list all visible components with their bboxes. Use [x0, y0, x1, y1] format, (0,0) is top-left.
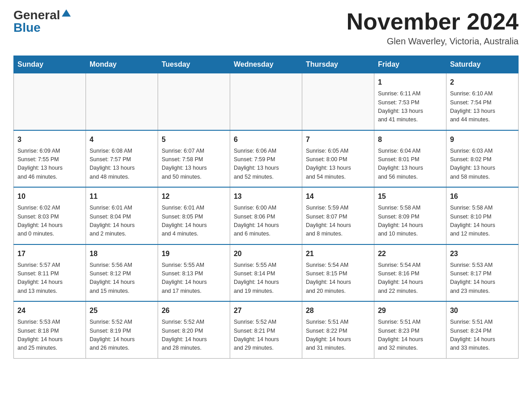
- day-number: 20: [234, 248, 298, 259]
- table-row: 7Sunrise: 6:05 AMSunset: 8:00 PMDaylight…: [302, 130, 374, 188]
- day-info: Sunrise: 5:58 AMSunset: 8:10 PMDaylight:…: [450, 204, 515, 239]
- day-number: 13: [234, 191, 298, 202]
- table-row: 24Sunrise: 5:53 AMSunset: 8:18 PMDayligh…: [14, 301, 86, 358]
- table-row: 19Sunrise: 5:55 AMSunset: 8:13 PMDayligh…: [158, 244, 230, 302]
- table-row: 5Sunrise: 6:07 AMSunset: 7:58 PMDaylight…: [158, 130, 230, 188]
- table-row: 2Sunrise: 6:10 AMSunset: 7:54 PMDaylight…: [446, 73, 518, 130]
- col-tuesday: Tuesday: [158, 56, 230, 73]
- day-info: Sunrise: 6:02 AMSunset: 8:03 PMDaylight:…: [17, 204, 82, 239]
- day-number: 4: [90, 134, 154, 145]
- table-row: 29Sunrise: 5:51 AMSunset: 8:23 PMDayligh…: [374, 301, 446, 358]
- day-info: Sunrise: 5:51 AMSunset: 8:23 PMDaylight:…: [378, 318, 442, 353]
- table-row: 8Sunrise: 6:04 AMSunset: 8:01 PMDaylight…: [374, 130, 446, 188]
- table-row: 20Sunrise: 5:55 AMSunset: 8:14 PMDayligh…: [230, 244, 302, 302]
- day-info: Sunrise: 6:01 AMSunset: 8:04 PMDaylight:…: [90, 204, 154, 239]
- day-number: 2: [450, 77, 515, 88]
- day-info: Sunrise: 6:05 AMSunset: 8:00 PMDaylight:…: [306, 147, 370, 182]
- table-row: 26Sunrise: 5:52 AMSunset: 8:20 PMDayligh…: [158, 301, 230, 358]
- header: General Blue November 2024 Glen Waverley…: [13, 9, 519, 47]
- day-number: 11: [90, 191, 154, 202]
- table-row: 28Sunrise: 5:51 AMSunset: 8:22 PMDayligh…: [302, 301, 374, 358]
- calendar-week-row: 10Sunrise: 6:02 AMSunset: 8:03 PMDayligh…: [14, 187, 519, 244]
- day-info: Sunrise: 6:07 AMSunset: 7:58 PMDaylight:…: [162, 147, 226, 182]
- table-row: 9Sunrise: 6:03 AMSunset: 8:02 PMDaylight…: [446, 130, 518, 188]
- day-info: Sunrise: 5:54 AMSunset: 8:15 PMDaylight:…: [306, 261, 370, 296]
- table-row: 6Sunrise: 6:06 AMSunset: 7:59 PMDaylight…: [230, 130, 302, 188]
- table-row: 22Sunrise: 5:54 AMSunset: 8:16 PMDayligh…: [374, 244, 446, 302]
- table-row: [302, 73, 374, 130]
- table-row: 10Sunrise: 6:02 AMSunset: 8:03 PMDayligh…: [14, 187, 86, 244]
- col-sunday: Sunday: [14, 56, 86, 73]
- day-number: 17: [17, 248, 82, 259]
- table-row: 3Sunrise: 6:09 AMSunset: 7:55 PMDaylight…: [14, 130, 86, 188]
- calendar-header-row: Sunday Monday Tuesday Wednesday Thursday…: [14, 56, 519, 73]
- table-row: [158, 73, 230, 130]
- day-number: 14: [306, 191, 370, 202]
- day-info: Sunrise: 5:52 AMSunset: 8:20 PMDaylight:…: [162, 318, 226, 353]
- table-row: 15Sunrise: 5:58 AMSunset: 8:09 PMDayligh…: [374, 187, 446, 244]
- logo-triangle-icon: [62, 9, 71, 17]
- col-thursday: Thursday: [302, 56, 374, 73]
- table-row: 23Sunrise: 5:53 AMSunset: 8:17 PMDayligh…: [446, 244, 518, 302]
- day-info: Sunrise: 5:53 AMSunset: 8:18 PMDaylight:…: [17, 318, 82, 353]
- day-info: Sunrise: 5:56 AMSunset: 8:12 PMDaylight:…: [90, 261, 154, 296]
- table-row: 13Sunrise: 6:00 AMSunset: 8:06 PMDayligh…: [230, 187, 302, 244]
- col-saturday: Saturday: [446, 56, 518, 73]
- table-row: 11Sunrise: 6:01 AMSunset: 8:04 PMDayligh…: [86, 187, 158, 244]
- calendar-week-row: 17Sunrise: 5:57 AMSunset: 8:11 PMDayligh…: [14, 244, 519, 302]
- day-number: 23: [450, 248, 515, 259]
- day-number: 27: [234, 305, 298, 316]
- day-info: Sunrise: 6:03 AMSunset: 8:02 PMDaylight:…: [450, 147, 515, 182]
- table-row: 17Sunrise: 5:57 AMSunset: 8:11 PMDayligh…: [14, 244, 86, 302]
- col-monday: Monday: [86, 56, 158, 73]
- day-info: Sunrise: 5:54 AMSunset: 8:16 PMDaylight:…: [378, 261, 442, 296]
- table-row: 18Sunrise: 5:56 AMSunset: 8:12 PMDayligh…: [86, 244, 158, 302]
- logo-blue-text: Blue: [13, 21, 41, 34]
- day-number: 6: [234, 134, 298, 145]
- day-number: 22: [378, 248, 442, 259]
- day-number: 25: [90, 305, 154, 316]
- day-info: Sunrise: 5:52 AMSunset: 8:19 PMDaylight:…: [90, 318, 154, 353]
- day-info: Sunrise: 5:55 AMSunset: 8:14 PMDaylight:…: [234, 261, 298, 296]
- table-row: [14, 73, 86, 130]
- table-row: 27Sunrise: 5:52 AMSunset: 8:21 PMDayligh…: [230, 301, 302, 358]
- day-info: Sunrise: 6:00 AMSunset: 8:06 PMDaylight:…: [234, 204, 298, 239]
- day-number: 26: [162, 305, 226, 316]
- logo-general-text: General: [13, 9, 60, 21]
- day-info: Sunrise: 5:59 AMSunset: 8:07 PMDaylight:…: [306, 204, 370, 239]
- calendar-week-row: 3Sunrise: 6:09 AMSunset: 7:55 PMDaylight…: [14, 130, 519, 188]
- day-number: 15: [378, 191, 442, 202]
- day-info: Sunrise: 5:53 AMSunset: 8:17 PMDaylight:…: [450, 261, 515, 296]
- day-info: Sunrise: 5:55 AMSunset: 8:13 PMDaylight:…: [162, 261, 226, 296]
- table-row: [86, 73, 158, 130]
- month-title: November 2024: [347, 9, 519, 34]
- day-number: 21: [306, 248, 370, 259]
- day-number: 28: [306, 305, 370, 316]
- day-number: 5: [162, 134, 226, 145]
- day-info: Sunrise: 6:09 AMSunset: 7:55 PMDaylight:…: [17, 147, 82, 182]
- table-row: 4Sunrise: 6:08 AMSunset: 7:57 PMDaylight…: [86, 130, 158, 188]
- table-row: 1Sunrise: 6:11 AMSunset: 7:53 PMDaylight…: [374, 73, 446, 130]
- day-number: 18: [90, 248, 154, 259]
- day-info: Sunrise: 5:57 AMSunset: 8:11 PMDaylight:…: [17, 261, 82, 296]
- table-row: [230, 73, 302, 130]
- logo: General Blue: [13, 9, 71, 34]
- calendar-week-row: 24Sunrise: 5:53 AMSunset: 8:18 PMDayligh…: [14, 301, 519, 358]
- table-row: 16Sunrise: 5:58 AMSunset: 8:10 PMDayligh…: [446, 187, 518, 244]
- day-info: Sunrise: 5:51 AMSunset: 8:22 PMDaylight:…: [306, 318, 370, 353]
- table-row: 25Sunrise: 5:52 AMSunset: 8:19 PMDayligh…: [86, 301, 158, 358]
- day-info: Sunrise: 6:06 AMSunset: 7:59 PMDaylight:…: [234, 147, 298, 182]
- day-number: 10: [17, 191, 82, 202]
- day-number: 12: [162, 191, 226, 202]
- day-info: Sunrise: 6:10 AMSunset: 7:54 PMDaylight:…: [450, 90, 515, 124]
- day-number: 7: [306, 134, 370, 145]
- day-info: Sunrise: 5:58 AMSunset: 8:09 PMDaylight:…: [378, 204, 442, 239]
- calendar: Sunday Monday Tuesday Wednesday Thursday…: [13, 56, 519, 359]
- day-info: Sunrise: 6:01 AMSunset: 8:05 PMDaylight:…: [162, 204, 226, 239]
- col-friday: Friday: [374, 56, 446, 73]
- day-number: 16: [450, 191, 515, 202]
- calendar-week-row: 1Sunrise: 6:11 AMSunset: 7:53 PMDaylight…: [14, 73, 519, 130]
- day-info: Sunrise: 5:51 AMSunset: 8:24 PMDaylight:…: [450, 318, 515, 353]
- day-number: 30: [450, 305, 515, 316]
- day-number: 1: [378, 77, 442, 88]
